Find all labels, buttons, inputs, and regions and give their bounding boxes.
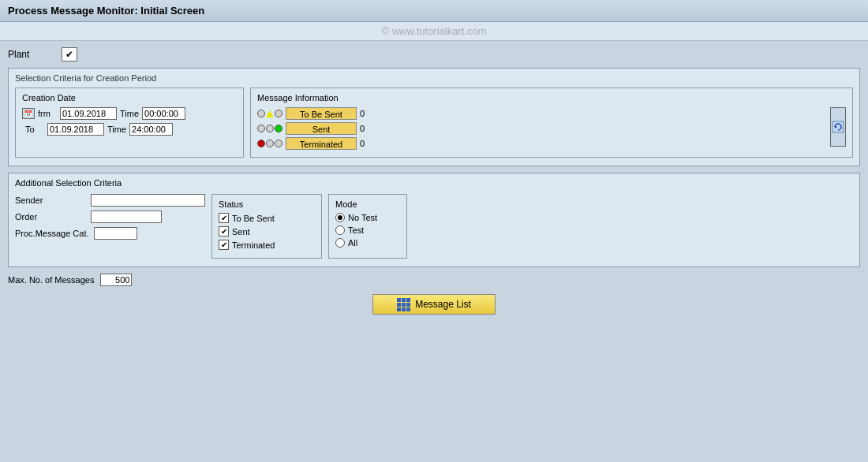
plant-label: Plant	[8, 49, 55, 60]
test-radio[interactable]	[335, 225, 345, 235]
circle5	[266, 140, 274, 147]
to-be-sent-button[interactable]: To Be Sent	[286, 107, 357, 120]
to-time-label: Time	[107, 125, 126, 134]
from-date-input[interactable]	[60, 107, 117, 120]
from-time-label: Time	[120, 109, 139, 118]
test-label: Test	[348, 225, 364, 235]
no-test-radio[interactable]	[335, 213, 345, 222]
to-be-sent-check-label: To Be Sent	[232, 214, 275, 223]
from-label: frm	[38, 109, 57, 118]
status-title: Status	[219, 199, 315, 209]
sent-check-label: Sent	[232, 227, 250, 237]
message-info-title: Message Information	[257, 93, 846, 102]
status-panel: Status ✔ To Be Sent ✔ Sent ✔ Terminated	[211, 194, 322, 259]
circle4	[266, 125, 274, 132]
creation-date-title: Creation Date	[22, 93, 237, 102]
circle6	[275, 140, 282, 147]
creation-date-panel: Creation Date 📅 frm Time To Time	[15, 88, 244, 158]
page-title: Process Message Monitor: Initial Screen	[8, 5, 860, 17]
refresh-button[interactable]	[830, 107, 846, 147]
additional-criteria-title: Additional Selection Criteria	[15, 178, 853, 188]
sent-button[interactable]: Sent	[286, 122, 357, 135]
from-date-icon[interactable]: 📅	[22, 108, 35, 119]
no-test-label: No Test	[348, 213, 377, 222]
plant-checkbox[interactable]: ✔	[62, 47, 77, 61]
additional-criteria-section: Additional Selection Criteria Sender Ord…	[8, 173, 860, 267]
to-be-sent-checkbox[interactable]: ✔	[219, 213, 229, 223]
to-time-input[interactable]	[129, 123, 173, 136]
sent-icons	[257, 125, 282, 132]
order-label: Order	[15, 212, 86, 222]
circle3	[257, 125, 265, 132]
to-label: To	[25, 125, 44, 134]
message-list-label: Message List	[415, 299, 471, 310]
terminated-button[interactable]: Terminated	[286, 137, 357, 150]
circle2	[275, 110, 282, 117]
selection-criteria-title: Selection Criteria for Creation Period	[15, 73, 853, 83]
grid-icon	[397, 298, 410, 311]
circle1	[257, 110, 265, 117]
all-radio[interactable]	[335, 238, 345, 248]
sender-label: Sender	[15, 196, 86, 205]
terminated-check-label: Terminated	[232, 240, 275, 250]
svg-rect-0	[832, 121, 844, 132]
to-be-sent-icons	[257, 110, 282, 117]
max-messages-input[interactable]	[100, 274, 132, 286]
watermark: © www.tutorialkart.com	[0, 22, 868, 41]
message-info-panel: Message Information To Be Sent 0	[250, 88, 853, 158]
mode-panel: Mode No Test Test All	[328, 194, 407, 259]
sender-input[interactable]	[91, 194, 205, 207]
selection-criteria-section: Selection Criteria for Creation Period C…	[8, 68, 860, 166]
from-time-input[interactable]	[142, 107, 185, 120]
max-messages-label: Max. No. of Messages	[8, 275, 94, 285]
terminated-count: 0	[360, 139, 371, 148]
triangle1	[266, 110, 274, 117]
proc-msg-cat-label: Proc.Message Cat.	[15, 229, 89, 238]
sent-checkbox[interactable]: ✔	[219, 226, 229, 237]
circle-red	[257, 140, 265, 147]
terminated-icons	[257, 140, 282, 147]
message-list-button[interactable]: Message List	[372, 294, 496, 315]
order-input[interactable]	[91, 211, 162, 223]
proc-msg-cat-input[interactable]	[94, 227, 137, 240]
all-label: All	[348, 238, 357, 248]
mode-title: Mode	[335, 199, 400, 209]
no-test-radio-inner	[338, 215, 342, 220]
message-rows: To Be Sent 0 Sent 0	[257, 107, 827, 152]
circle-green	[275, 125, 282, 132]
to-date-input[interactable]	[47, 123, 104, 136]
sender-panel: Sender Order Proc.Message Cat.	[15, 194, 205, 259]
terminated-checkbox[interactable]: ✔	[219, 240, 229, 250]
sent-count: 0	[360, 124, 371, 133]
to-be-sent-count: 0	[360, 109, 371, 118]
